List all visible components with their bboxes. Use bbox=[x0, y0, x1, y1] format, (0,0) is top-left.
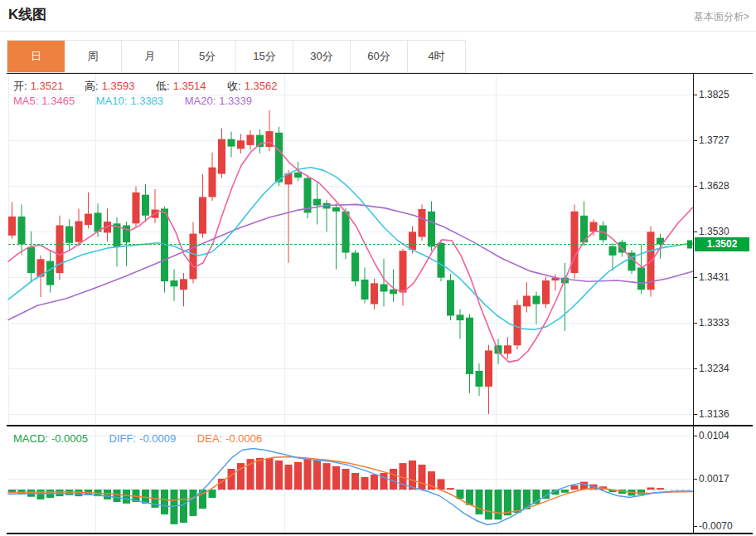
axis-tick-label: 1.3530 bbox=[699, 226, 729, 237]
axis-tick-label: 1.3431 bbox=[699, 271, 729, 283]
low-label: 低: bbox=[156, 80, 170, 92]
diff-value: -0.0009 bbox=[139, 432, 176, 445]
close-value: 1.3562 bbox=[245, 80, 278, 92]
axis-tick-label: 1.3727 bbox=[699, 134, 729, 146]
ma-readout: MA5:1.3465 MA10:1.3383 MA20:1.3339 bbox=[13, 95, 255, 107]
dea-value: -0.0006 bbox=[225, 432, 262, 445]
open-value: 1.3521 bbox=[31, 80, 64, 92]
macd-label: MACD: bbox=[13, 432, 48, 445]
macd-readout: MACD:-0.0005 DIFF:-0.0009 DEA:-0.0006 bbox=[13, 432, 265, 445]
ma20-label: MA20: bbox=[185, 95, 216, 107]
current-price-tag: 1.3502 bbox=[695, 237, 749, 251]
ma5-value: 1.3465 bbox=[41, 95, 75, 107]
high-label: 高: bbox=[85, 80, 99, 92]
open-label: 开: bbox=[13, 80, 27, 92]
dea-label: DEA: bbox=[197, 432, 222, 445]
ma5-label: MA5: bbox=[13, 95, 38, 107]
macd-value: -0.0005 bbox=[51, 432, 88, 445]
kline-widget: K线图 基本面分析> 日周月5分15分30分60分4时 开:1.3521 高:1… bbox=[0, 0, 756, 536]
axis-tick-label: 1.3333 bbox=[699, 317, 729, 329]
ma20-value: 1.3339 bbox=[219, 95, 252, 107]
axis-tick-label: 0.0104 bbox=[699, 430, 729, 441]
ma10-value: 1.3383 bbox=[130, 95, 163, 107]
chart-area: 开:1.3521 高:1.3593 低:1.3514 收:1.3562 MA5:… bbox=[0, 0, 756, 536]
axis-tick-label: -0.0070 bbox=[699, 520, 733, 532]
high-value: 1.3593 bbox=[102, 80, 135, 92]
axis-tick-label: 1.3825 bbox=[699, 89, 729, 100]
ohlc-readout: 开:1.3521 高:1.3593 低:1.3514 收:1.3562 bbox=[13, 79, 280, 94]
axis-tick-label: 1.3234 bbox=[699, 363, 729, 374]
axis-tick-label: 0.0017 bbox=[699, 473, 729, 485]
close-label: 收: bbox=[227, 80, 241, 92]
axis-tick-label: 1.3136 bbox=[699, 408, 729, 420]
axis-tick-label: 1.3628 bbox=[699, 180, 729, 192]
low-value: 1.3514 bbox=[173, 80, 206, 92]
diff-label: DIFF: bbox=[109, 432, 137, 445]
ma10-label: MA10: bbox=[96, 95, 128, 107]
